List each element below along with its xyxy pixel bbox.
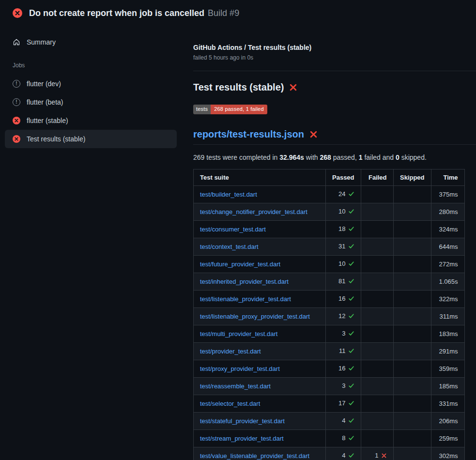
time-cell: 291ms bbox=[431, 343, 464, 360]
time-cell: 206ms bbox=[431, 413, 464, 430]
check-icon bbox=[348, 261, 354, 269]
check-icon bbox=[348, 400, 354, 408]
count-value: 3 bbox=[342, 330, 345, 337]
sidebar-item-flutter-stable[interactable]: flutter (stable) bbox=[5, 111, 177, 130]
badge-value: 268 passed, 1 failed bbox=[211, 105, 267, 114]
summary-text: with bbox=[304, 153, 320, 161]
results-table: Test suite Passed Failed Skipped Time te… bbox=[193, 169, 465, 460]
failed-cell bbox=[361, 413, 393, 430]
breadcrumb: GitHub Actions / Test results (stable) bbox=[193, 44, 476, 51]
suite-link[interactable]: test/stateful_provider_test.dart bbox=[200, 417, 285, 425]
suite-link[interactable]: test/change_notifier_provider_test.dart bbox=[200, 208, 307, 215]
failed-cell bbox=[361, 273, 393, 291]
check-title: Test results (stable) bbox=[193, 82, 476, 93]
suite-link[interactable]: test/multi_provider_test.dart bbox=[200, 330, 277, 337]
time-cell: 1.065s bbox=[431, 273, 464, 291]
tests-badge: tests 268 passed, 1 failed bbox=[193, 105, 267, 114]
passed-cell: 17 bbox=[326, 395, 361, 413]
suite-cell: test/stream_provider_test.dart bbox=[194, 430, 326, 447]
passed-cell: 3 bbox=[326, 378, 361, 395]
suite-link[interactable]: test/inherited_provider_test.dart bbox=[200, 278, 289, 285]
time-cell: 183ms bbox=[431, 325, 464, 343]
check-icon bbox=[348, 383, 354, 391]
check-title-text: Test results (stable) bbox=[193, 82, 284, 93]
summary-text: skipped. bbox=[399, 153, 427, 161]
summary-text: passed, bbox=[331, 153, 359, 161]
passed-cell: 10 bbox=[326, 256, 361, 273]
table-row: test/multi_provider_test.dart3183ms bbox=[194, 325, 465, 343]
x-circle-icon bbox=[13, 117, 20, 124]
job-label: flutter (dev) bbox=[27, 80, 61, 88]
count-value: 81 bbox=[338, 277, 345, 285]
passed-cell: 4 bbox=[326, 413, 361, 430]
summary-text: failed and bbox=[363, 153, 396, 161]
sidebar-item-flutter-beta[interactable]: !flutter (beta) bbox=[5, 93, 177, 111]
suite-cell: test/listenable_proxy_provider_test.dart bbox=[194, 308, 326, 325]
failed-cell bbox=[361, 308, 393, 325]
failed-status-icon bbox=[13, 8, 22, 18]
table-row: test/future_provider_test.dart10272ms bbox=[194, 256, 465, 273]
suite-cell: test/proxy_provider_test.dart bbox=[194, 360, 326, 378]
suite-cell: test/consumer_test.dart bbox=[194, 221, 326, 238]
suite-link[interactable]: test/builder_test.dart bbox=[200, 191, 257, 198]
sidebar-jobs-list: !flutter (dev)!flutter (beta)flutter (st… bbox=[0, 75, 182, 148]
count-value: 1 bbox=[375, 452, 378, 459]
suite-link[interactable]: test/consumer_test.dart bbox=[200, 226, 266, 233]
suite-link[interactable]: test/listenable_provider_test.dart bbox=[200, 295, 291, 303]
header-failed: Failed bbox=[361, 169, 393, 186]
suite-link[interactable]: test/value_listenable_provider_test.dart bbox=[200, 452, 309, 460]
skipped-cell bbox=[393, 343, 431, 360]
skipped-cell bbox=[393, 447, 431, 460]
time-cell: 322ms bbox=[431, 291, 464, 308]
failed-cell bbox=[361, 395, 393, 413]
table-row: test/stateful_provider_test.dart4206ms bbox=[194, 413, 465, 430]
sidebar-item-flutter-dev[interactable]: !flutter (dev) bbox=[5, 75, 177, 93]
suite-link[interactable]: test/stream_provider_test.dart bbox=[200, 435, 284, 442]
passed-cell: 12 bbox=[326, 308, 361, 325]
suite-link[interactable]: test/reassemble_test.dart bbox=[200, 383, 271, 390]
page-body: Summary Jobs !flutter (dev)!flutter (bet… bbox=[0, 25, 476, 460]
summary-line: 269 tests were completed in 32.964s with… bbox=[193, 153, 476, 161]
passed-cell: 10 bbox=[326, 203, 361, 221]
table-row: test/value_listenable_provider_test.dart… bbox=[194, 447, 465, 460]
time-cell: 644ms bbox=[431, 238, 464, 256]
suite-cell: test/selector_test.dart bbox=[194, 395, 326, 413]
page-title: Do not create report when job is cancell… bbox=[29, 8, 239, 18]
passed-cell: 11 bbox=[326, 343, 361, 360]
report-link[interactable]: reports/test-results.json bbox=[193, 129, 304, 140]
suite-link[interactable]: test/context_test.dart bbox=[200, 243, 259, 250]
count-value: 11 bbox=[339, 347, 346, 354]
time-cell: 272ms bbox=[431, 256, 464, 273]
time-cell: 311ms bbox=[431, 308, 464, 325]
count-value: 16 bbox=[338, 295, 345, 302]
x-icon bbox=[381, 452, 387, 460]
section-divider bbox=[193, 71, 476, 71]
suite-link[interactable]: test/proxy_provider_test.dart bbox=[200, 365, 280, 372]
suite-link[interactable]: test/provider_test.dart bbox=[200, 348, 261, 355]
failed-cell bbox=[361, 343, 393, 360]
passed-cell: 24 bbox=[326, 186, 361, 203]
check-icon bbox=[348, 226, 354, 234]
table-row: test/selector_test.dart17331ms bbox=[194, 395, 465, 413]
failed-cell bbox=[361, 238, 393, 256]
sidebar-item-test-results-stable[interactable]: Test results (stable) bbox=[5, 130, 177, 148]
count-value: 8 bbox=[342, 434, 345, 442]
check-icon bbox=[348, 435, 354, 443]
skipped-cell bbox=[393, 291, 431, 308]
skipped-cell bbox=[393, 203, 431, 221]
skipped-cell bbox=[393, 238, 431, 256]
summary-failed-count: 1 bbox=[359, 153, 363, 161]
header-passed: Passed bbox=[326, 169, 361, 186]
time-cell: 359ms bbox=[431, 360, 464, 378]
suite-link[interactable]: test/selector_test.dart bbox=[200, 400, 260, 407]
suite-link[interactable]: test/future_provider_test.dart bbox=[200, 261, 280, 268]
table-row: test/stream_provider_test.dart8259ms bbox=[194, 430, 465, 447]
failed-cell bbox=[361, 203, 393, 221]
suite-link[interactable]: test/listenable_proxy_provider_test.dart bbox=[200, 313, 310, 320]
header-test-suite: Test suite bbox=[194, 169, 326, 186]
check-icon bbox=[348, 313, 354, 321]
count-value: 17 bbox=[338, 399, 345, 407]
sidebar-item-summary[interactable]: Summary bbox=[0, 34, 182, 50]
check-icon bbox=[348, 365, 354, 373]
suite-cell: test/listenable_provider_test.dart bbox=[194, 291, 326, 308]
